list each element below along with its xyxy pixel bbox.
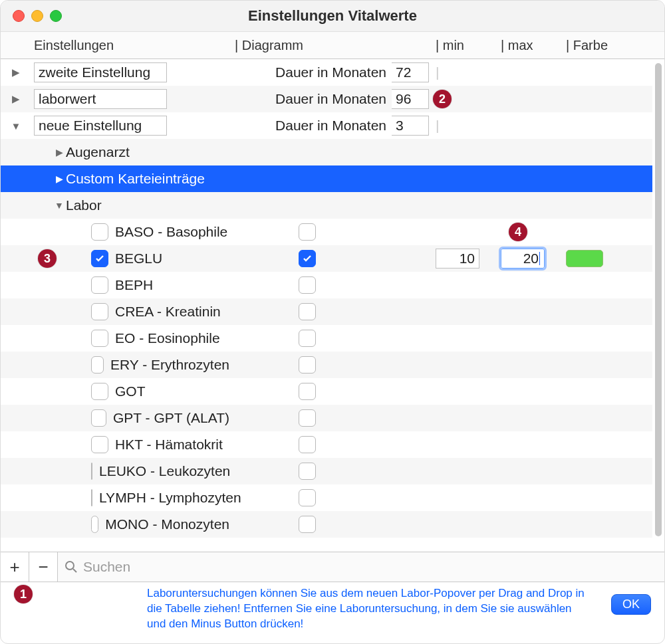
annotation-badge-3: 3 (38, 249, 57, 268)
titlebar: Einstellungen Vitalwerte (1, 1, 664, 32)
item-checkbox[interactable] (91, 303, 108, 320)
col-einstellungen[interactable]: Einstellungen (31, 38, 232, 53)
diagram-checkbox[interactable] (299, 383, 316, 400)
labor-item-row[interactable]: LEUKO - Leukozyten (1, 458, 652, 484)
annotation-badge-1: 1 (14, 585, 33, 603)
setting-row[interactable]: ▶ laborwert Dauer in Monaten 96 | 2 (1, 86, 652, 112)
duration-label: Dauer in Monaten (232, 91, 389, 107)
item-checkbox[interactable] (91, 250, 108, 267)
table-scroll-area: ▶ zweite Einstellung Dauer in Monaten 72… (1, 59, 664, 552)
item-checkbox[interactable] (91, 356, 104, 374)
item-checkbox[interactable] (91, 276, 108, 294)
labor-item-row[interactable]: ERY - Erythrozyten (1, 352, 652, 378)
window-title: Einstellungen Vitalwerte (1, 7, 664, 25)
item-checkbox[interactable] (91, 463, 92, 480)
expand-toggle[interactable]: ▼ (1, 120, 31, 132)
item-checkbox[interactable] (91, 330, 108, 347)
vertical-scrollbar[interactable] (655, 63, 662, 536)
search-icon (65, 560, 78, 574)
diagram-checkbox[interactable] (299, 303, 316, 320)
ok-button[interactable]: OK (611, 594, 651, 615)
labor-item-row[interactable]: LYMPH - Lymphozyten (1, 484, 652, 511)
col-diagramm[interactable]: | Diagramm (232, 38, 389, 53)
chevron-down-icon: ▼ (53, 200, 66, 211)
expand-toggle[interactable]: ▶ (1, 93, 31, 105)
search-input[interactable]: Suchen (58, 559, 664, 575)
minus-icon: − (38, 557, 48, 578)
group-row[interactable]: ▶Augenarzt (1, 139, 652, 165)
diagram-checkbox[interactable] (299, 516, 316, 533)
annotation-badge-4: 4 (509, 223, 527, 241)
setting-name-input[interactable]: neue Einstellung (34, 116, 167, 136)
duration-label: Dauer in Monaten (232, 118, 389, 134)
duration-input[interactable]: 96 (392, 89, 429, 109)
setting-row[interactable]: ▶ zweite Einstellung Dauer in Monaten 72… (1, 59, 652, 86)
col-max[interactable]: | max (498, 38, 563, 53)
labor-item-row[interactable]: HKT - Hämatokrit (1, 431, 652, 458)
item-checkbox[interactable] (91, 516, 98, 533)
labor-item-row[interactable]: MONO - Monozyten (1, 511, 652, 538)
color-swatch[interactable] (566, 250, 603, 267)
labor-item-row[interactable]: BEPH (1, 272, 652, 298)
chevron-right-icon: ▶ (53, 147, 66, 158)
search-placeholder: Suchen (83, 559, 130, 575)
labor-item-row[interactable]: GPT - GPT (ALAT) (1, 405, 652, 431)
diagram-checkbox[interactable] (299, 356, 316, 374)
diagram-checkbox[interactable] (299, 409, 316, 427)
setting-row[interactable]: ▼ neue Einstellung Dauer in Monaten 3 | (1, 112, 652, 139)
bottom-bar: + − Suchen 1 Laboruntersuchungen können … (1, 552, 664, 643)
diagram-checkbox[interactable] (299, 489, 316, 506)
duration-label: Dauer in Monaten (232, 64, 389, 80)
item-checkbox[interactable] (91, 383, 108, 400)
duration-input[interactable]: 72 (392, 62, 429, 82)
diagram-checkbox[interactable] (299, 223, 316, 241)
setting-name-input[interactable]: laborwert (34, 89, 167, 109)
labor-item-row[interactable]: GOT (1, 378, 652, 405)
group-row-selected[interactable]: ▶Custom Karteieinträge (1, 165, 652, 192)
max-input[interactable]: 20 (501, 249, 545, 268)
labor-item-row[interactable]: EO - Eosinophile (1, 325, 652, 352)
diagram-checkbox[interactable] (299, 436, 316, 453)
labor-item-row[interactable]: BEGLU 10 20 3 4 (1, 245, 652, 272)
add-button[interactable]: + (1, 552, 29, 582)
diagram-checkbox[interactable] (299, 276, 316, 294)
chevron-right-icon: ▶ (53, 173, 66, 184)
setting-name-input[interactable]: zweite Einstellung (34, 62, 167, 82)
item-checkbox[interactable] (91, 223, 108, 241)
item-checkbox[interactable] (91, 436, 108, 453)
group-row[interactable]: ▼Labor (1, 192, 652, 219)
annotation-badge-2: 2 (433, 90, 452, 108)
col-min[interactable]: | min (433, 38, 498, 53)
labor-item-row[interactable]: CREA - Kreatinin (1, 298, 652, 325)
item-checkbox[interactable] (91, 409, 106, 427)
labor-item-row[interactable]: BASO - Basophile (1, 219, 652, 245)
remove-button[interactable]: − (29, 552, 58, 582)
plus-icon: + (9, 557, 19, 578)
svg-point-0 (66, 562, 74, 570)
diagram-checkbox[interactable] (299, 330, 316, 347)
hint-text: Laboruntersuchungen können Sie aus dem n… (147, 586, 586, 632)
col-farbe[interactable]: | Farbe (563, 38, 632, 53)
column-headers: Einstellungen | Diagramm | min | max | F… (1, 32, 664, 59)
diagram-checkbox[interactable] (299, 463, 316, 480)
min-input[interactable]: 10 (436, 249, 479, 268)
item-checkbox[interactable] (91, 489, 92, 506)
expand-toggle[interactable]: ▶ (1, 66, 31, 78)
duration-input[interactable]: 3 (392, 116, 429, 136)
svg-line-1 (73, 569, 76, 572)
diagram-checkbox[interactable] (299, 250, 316, 267)
